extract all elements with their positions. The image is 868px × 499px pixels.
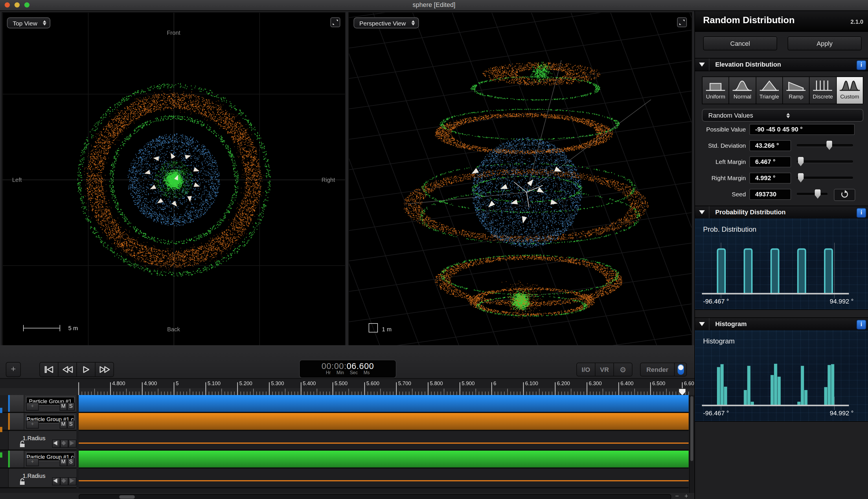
orientation-label-left: Left	[12, 177, 22, 183]
solo-button[interactable]: S	[67, 403, 75, 411]
subtrack-header[interactable]: 1.Radius	[0, 431, 76, 451]
track-header[interactable]: Particle Group #1 copy+MS	[0, 451, 76, 468]
time-unit-label: Hr	[326, 370, 331, 375]
refresh-seed-button[interactable]	[834, 189, 855, 201]
next-keyframe-button[interactable]	[68, 440, 76, 448]
field-value-input[interactable]: 4.992 °	[750, 173, 791, 184]
prev-keyframe-button[interactable]	[52, 477, 60, 485]
settings-gear-icon[interactable]: ⚙	[614, 363, 632, 376]
track-header[interactable]: Particle Group #1 copy+MS	[0, 413, 76, 431]
automation-row[interactable]	[79, 468, 689, 488]
time-display[interactable]: 00:00:06.600 HrMinSecMs	[299, 360, 397, 378]
dist-mode-discrete-button[interactable]: Discrete	[810, 77, 837, 104]
automation-curve[interactable]	[79, 442, 689, 444]
add-track-button[interactable]: +	[6, 362, 21, 377]
track-gutter	[0, 468, 9, 487]
timeline-zoom-in-button[interactable]: +	[683, 493, 690, 499]
vertical-scrollbar[interactable]	[689, 395, 694, 493]
fast-forward-button[interactable]	[96, 363, 113, 377]
timeline-tracks: Particle Group #1+MSParticle Group #1 co…	[0, 395, 694, 493]
histogram-section-header: Histogram i	[695, 317, 868, 331]
dist-mode-custom-button[interactable]: Custom	[836, 77, 863, 104]
lock-icon[interactable]	[19, 478, 25, 485]
window-title: sphere [Edited]	[0, 1, 868, 8]
expand-viewport-icon[interactable]	[330, 17, 340, 27]
render-button[interactable]: Render	[641, 363, 675, 376]
dist-mode-normal-button[interactable]: Normal	[729, 77, 756, 104]
top-view-canvas[interactable]	[2, 13, 345, 345]
field-value-input[interactable]: 493730	[750, 189, 791, 200]
solo-button[interactable]: S	[67, 421, 75, 429]
track-add-button[interactable]: +	[26, 403, 39, 411]
field-slider[interactable]	[797, 144, 853, 147]
vertical-scrollbar-thumb[interactable]	[690, 396, 693, 461]
add-keyframe-button[interactable]	[60, 477, 68, 485]
automation-row[interactable]	[79, 431, 689, 451]
add-keyframe-button[interactable]	[60, 440, 68, 448]
time-units: HrMinSecMs	[300, 370, 396, 375]
ruler-tick-label: 5.600	[366, 380, 379, 386]
lock-icon[interactable]	[19, 440, 25, 448]
mute-button[interactable]: M	[60, 421, 67, 429]
vr-button[interactable]: VR	[595, 363, 614, 376]
render-group: Render	[640, 363, 687, 377]
prev-keyframe-button[interactable]	[52, 440, 60, 448]
mute-button[interactable]: M	[60, 403, 67, 411]
io-button[interactable]: I/O	[577, 363, 595, 376]
field-value-input[interactable]: 6.467 °	[750, 156, 791, 167]
field-slider[interactable]	[797, 193, 828, 195]
timeline-zoom-out-button[interactable]: −	[674, 493, 680, 499]
timeline-ruler[interactable]: 4.8004.90055.1005.2005.3005.4005.5005.60…	[0, 378, 694, 395]
dist-mode-ramp-button[interactable]: Ramp	[783, 77, 810, 104]
info-icon[interactable]: i	[856, 320, 866, 330]
top-view-viewport[interactable]: Top View Front Left Right Back 5 m	[2, 12, 345, 346]
expand-viewport-icon[interactable]	[677, 17, 687, 27]
dist-mode-label: Custom	[840, 93, 859, 100]
subtrack-header[interactable]: 1.Radius	[0, 468, 76, 488]
track-clip-row[interactable]	[79, 413, 689, 431]
slider-thumb[interactable]	[798, 157, 804, 166]
rewind-button[interactable]	[59, 363, 77, 377]
dist-mode-label: Uniform	[706, 93, 725, 100]
field-label: Possible Value	[695, 126, 746, 133]
dist-mode-triangle-button[interactable]: Triangle	[756, 77, 783, 104]
track-add-button[interactable]: +	[26, 421, 39, 429]
random-values-dropdown[interactable]: Random Values	[702, 109, 863, 122]
track-header[interactable]: Particle Group #1+MS	[0, 395, 76, 413]
scale-box: 1 m	[369, 323, 391, 332]
slider-thumb[interactable]	[815, 190, 820, 199]
view-selector-dropdown[interactable]: Top View	[7, 17, 51, 28]
perspective-viewport[interactable]: Perspective View 1 m	[348, 12, 692, 346]
info-icon[interactable]: i	[856, 60, 866, 70]
track-clip-row[interactable]	[79, 451, 689, 468]
horizontal-scrollbar[interactable]	[79, 494, 671, 499]
automation-curve[interactable]	[79, 480, 689, 481]
field-value-input[interactable]: 43.266 °	[750, 140, 791, 151]
mute-button[interactable]: M	[60, 458, 67, 466]
next-keyframe-button[interactable]	[68, 477, 76, 485]
horizontal-scrollbar-thumb[interactable]	[119, 495, 135, 498]
play-button[interactable]	[77, 363, 96, 377]
track-clip-row[interactable]	[79, 395, 689, 413]
collapse-section-button[interactable]	[695, 206, 709, 218]
track-add-button[interactable]: +	[26, 458, 39, 466]
render-toggle[interactable]	[675, 363, 686, 376]
field-slider[interactable]	[797, 177, 853, 179]
discrete-distribution-icon	[812, 77, 834, 94]
slider-thumb[interactable]	[827, 141, 832, 150]
apply-button[interactable]: Apply	[788, 36, 861, 50]
perspective-canvas[interactable]	[349, 13, 692, 345]
dist-mode-uniform-button[interactable]: Uniform	[703, 77, 729, 104]
collapse-section-button[interactable]	[695, 59, 709, 71]
solo-button[interactable]: S	[67, 458, 75, 466]
custom-distribution-icon	[839, 77, 861, 94]
slider-thumb[interactable]	[798, 173, 804, 182]
view-selector-dropdown[interactable]: Perspective View	[354, 17, 419, 28]
cancel-button[interactable]: Cancel	[703, 36, 777, 50]
info-icon[interactable]: i	[856, 208, 866, 218]
histogram-chart: Histogram -96.467 ° 94.992 °	[695, 330, 868, 422]
skip-to-start-button[interactable]	[40, 363, 59, 377]
field-value-input[interactable]: -90 -45 0 45 90 °	[750, 124, 855, 135]
field-slider[interactable]	[797, 160, 853, 163]
collapse-section-button[interactable]	[695, 318, 709, 330]
